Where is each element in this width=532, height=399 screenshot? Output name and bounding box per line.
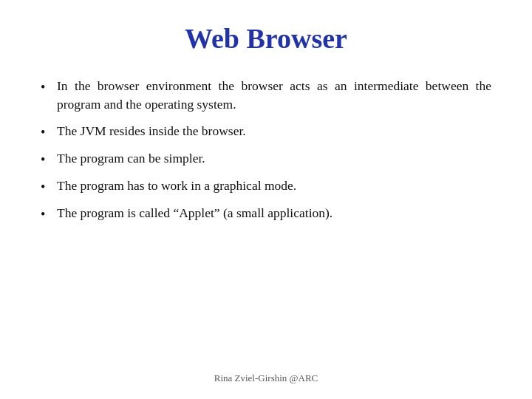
slide-title: Web Browser <box>41 22 491 55</box>
slide: Web Browser • In the browser environment… <box>0 0 532 399</box>
bullet-text: The program can be simpler. <box>57 149 491 168</box>
bullet-dot: • <box>41 149 57 169</box>
list-item: • The program is called “Applet” (a smal… <box>41 204 491 224</box>
bullet-dot: • <box>41 122 57 142</box>
bullet-dot: • <box>41 204 57 224</box>
content-area: • In the browser environment the browser… <box>41 77 491 365</box>
bullet-text: In the browser environment the browser a… <box>57 77 491 115</box>
bullet-dot: • <box>41 177 57 197</box>
list-item: • In the browser environment the browser… <box>41 77 491 115</box>
bullet-text: The program has to work in a graphical m… <box>57 177 491 195</box>
bullet-text: The program is called “Applet” (a small … <box>57 204 491 222</box>
list-item: • The program has to work in a graphical… <box>41 177 491 197</box>
footer: Rina Zviel-Girshin @ARC <box>41 365 491 384</box>
bullet-dot: • <box>41 77 57 97</box>
list-item: • The JVM resides inside the browser. <box>41 122 491 142</box>
list-item: • The program can be simpler. <box>41 149 491 169</box>
bullet-text: The JVM resides inside the browser. <box>57 122 491 140</box>
